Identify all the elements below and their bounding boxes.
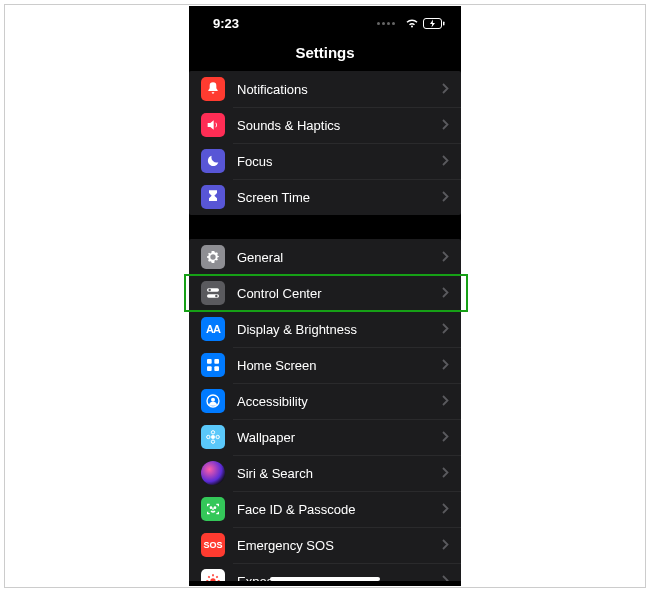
svg-rect-8 xyxy=(207,366,212,371)
home-indicator[interactable] xyxy=(270,577,380,581)
svg-point-11 xyxy=(211,398,215,402)
chevron-right-icon xyxy=(442,320,449,338)
svg-rect-6 xyxy=(207,359,212,364)
page-title: Settings xyxy=(189,40,461,71)
row-label: Wallpaper xyxy=(237,430,442,445)
svg-line-24 xyxy=(208,576,209,577)
status-time: 9:23 xyxy=(213,16,239,31)
chevron-right-icon xyxy=(442,356,449,374)
row-label: Focus xyxy=(237,154,442,169)
wifi-icon xyxy=(405,18,419,28)
chevron-right-icon xyxy=(442,116,449,134)
settings-row-notifications[interactable]: Notifications xyxy=(189,71,461,107)
phone-screen: 9:23 Settings NotificationsSounds & Hapt… xyxy=(189,6,461,586)
settings-row-siri-search[interactable]: Siri & Search xyxy=(189,455,461,491)
svg-point-14 xyxy=(211,440,214,443)
row-label: Control Center xyxy=(237,286,442,301)
row-label: Home Screen xyxy=(237,358,442,373)
chevron-right-icon xyxy=(442,392,449,410)
sos-icon: SOS xyxy=(201,533,225,557)
svg-rect-7 xyxy=(214,359,219,364)
svg-point-16 xyxy=(216,435,219,438)
moon-icon xyxy=(201,149,225,173)
chevron-right-icon xyxy=(442,536,449,554)
exposure-icon xyxy=(201,569,225,581)
speaker-icon xyxy=(201,113,225,137)
chevron-right-icon xyxy=(442,464,449,482)
svg-point-15 xyxy=(207,435,210,438)
svg-point-13 xyxy=(211,431,214,434)
settings-row-face-id-passcode[interactable]: Face ID & Passcode xyxy=(189,491,461,527)
row-label: Notifications xyxy=(237,82,442,97)
svg-point-5 xyxy=(215,295,217,297)
settings-group: GeneralControl CenterAADisplay & Brightn… xyxy=(189,239,461,581)
svg-point-18 xyxy=(214,507,215,508)
chevron-right-icon xyxy=(442,428,449,446)
settings-row-sounds-haptics[interactable]: Sounds & Haptics xyxy=(189,107,461,143)
svg-point-19 xyxy=(210,578,215,581)
status-indicators xyxy=(377,18,445,29)
row-label: Face ID & Passcode xyxy=(237,502,442,517)
row-label: Sounds & Haptics xyxy=(237,118,442,133)
settings-row-emergency-sos[interactable]: SOSEmergency SOS xyxy=(189,527,461,563)
chevron-right-icon xyxy=(442,572,449,581)
settings-row-general[interactable]: General xyxy=(189,239,461,275)
svg-line-27 xyxy=(216,576,217,577)
bell-icon xyxy=(201,77,225,101)
settings-row-home-screen[interactable]: Home Screen xyxy=(189,347,461,383)
chevron-right-icon xyxy=(442,248,449,266)
switches-icon xyxy=(201,281,225,305)
settings-list[interactable]: NotificationsSounds & HapticsFocusScreen… xyxy=(189,71,461,581)
chevron-right-icon xyxy=(442,80,449,98)
battery-charging-icon xyxy=(423,18,445,29)
svg-rect-9 xyxy=(214,366,219,371)
chevron-right-icon xyxy=(442,152,449,170)
settings-row-control-center[interactable]: Control Center xyxy=(189,275,461,311)
person-icon xyxy=(201,389,225,413)
settings-row-screen-time[interactable]: Screen Time xyxy=(189,179,461,215)
row-label: Display & Brightness xyxy=(237,322,442,337)
row-label: General xyxy=(237,250,442,265)
row-label: Emergency SOS xyxy=(237,538,442,553)
settings-row-wallpaper[interactable]: Wallpaper xyxy=(189,419,461,455)
svg-point-17 xyxy=(210,507,211,508)
status-bar: 9:23 xyxy=(189,6,461,40)
gear-icon xyxy=(201,245,225,269)
settings-row-accessibility[interactable]: Accessibility xyxy=(189,383,461,419)
settings-group: NotificationsSounds & HapticsFocusScreen… xyxy=(189,71,461,215)
document-frame: 9:23 Settings NotificationsSounds & Hapt… xyxy=(4,4,646,588)
chevron-right-icon xyxy=(442,500,449,518)
hourglass-icon xyxy=(201,185,225,209)
svg-point-3 xyxy=(208,289,210,291)
chevron-right-icon xyxy=(442,284,449,302)
row-label: Screen Time xyxy=(237,190,442,205)
aa-icon: AA xyxy=(201,317,225,341)
grid-icon xyxy=(201,353,225,377)
svg-point-12 xyxy=(211,435,215,439)
face-icon xyxy=(201,497,225,521)
flower-icon xyxy=(201,425,225,449)
row-label: Accessibility xyxy=(237,394,442,409)
chevron-right-icon xyxy=(442,188,449,206)
row-label: Siri & Search xyxy=(237,466,442,481)
signal-icon xyxy=(377,22,395,25)
siri-icon xyxy=(201,461,225,485)
settings-row-display-brightness[interactable]: AADisplay & Brightness xyxy=(189,311,461,347)
svg-rect-1 xyxy=(443,21,445,25)
settings-row-focus[interactable]: Focus xyxy=(189,143,461,179)
